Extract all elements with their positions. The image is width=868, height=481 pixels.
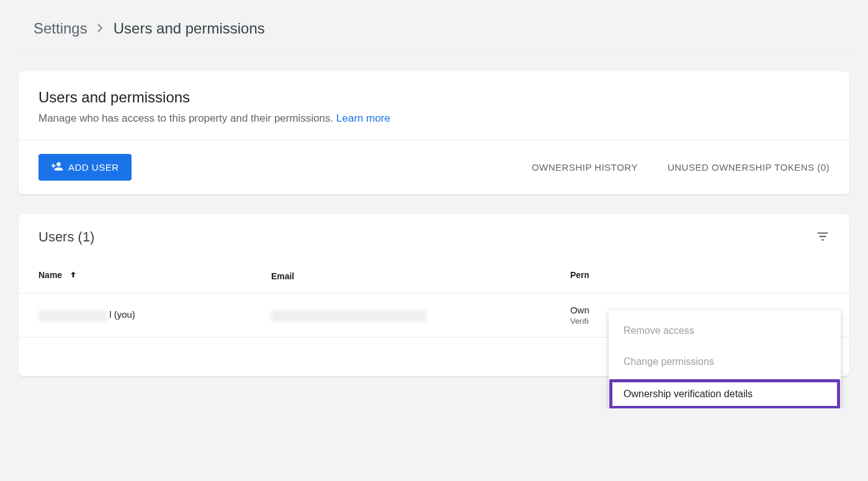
users-section-title: Users (1) [38,229,94,245]
menu-item-ownership-verification[interactable]: Ownership verification details [609,379,841,408]
redacted-name [38,310,107,321]
context-menu: Remove access Change permissions Ownersh… [609,310,841,408]
breadcrumb-current: Users and permissions [114,20,265,37]
menu-item-remove-access[interactable]: Remove access [609,315,841,346]
card-title: Users and permissions [38,89,830,106]
breadcrumb-parent[interactable]: Settings [34,20,87,37]
breadcrumb: Settings Users and permissions [19,12,849,53]
chevron-right-icon [97,22,104,35]
filter-icon[interactable] [816,230,830,245]
column-header-name[interactable]: Name [19,256,251,294]
column-header-permission[interactable]: Permission [550,256,849,294]
card-subtitle: Manage who has access to this property a… [38,112,830,125]
user-email-cell [251,294,550,338]
redacted-email [271,310,426,321]
ownership-history-link[interactable]: OWNERSHIP HISTORY [532,162,638,173]
person-add-icon [51,160,63,174]
user-name-cell: l (you) [19,294,251,338]
unused-tokens-link[interactable]: UNUSED OWNERSHIP TOKENS (0) [668,162,830,173]
add-user-label: ADD USER [68,162,119,173]
learn-more-link[interactable]: Learn more [336,112,390,124]
permissions-card: Users and permissions Manage who has acc… [19,71,849,194]
add-user-button[interactable]: ADD USER [38,154,132,181]
column-header-email[interactable]: Email [251,256,550,294]
menu-item-change-permissions[interactable]: Change permissions [609,346,841,377]
sort-asc-icon [68,270,78,282]
